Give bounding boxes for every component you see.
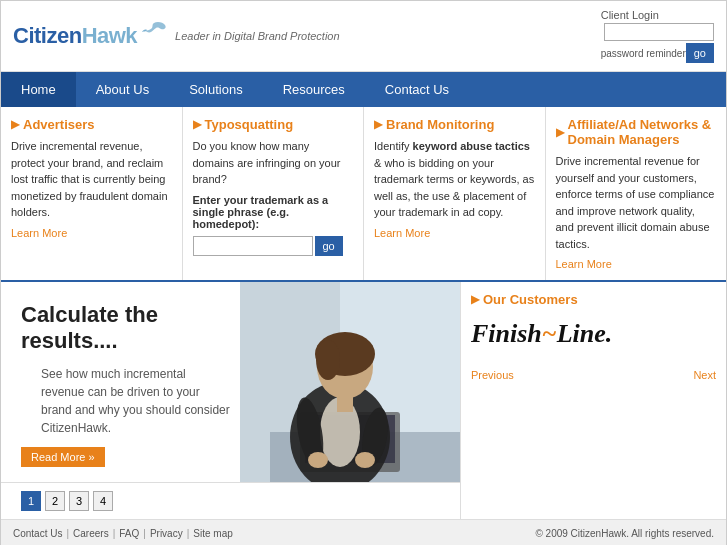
page-button-1[interactable]: 1: [21, 491, 41, 511]
app-container: CitizenHawk Leader in Digital Brand Prot…: [0, 0, 727, 545]
footer-careers-link[interactable]: Careers: [73, 528, 109, 539]
customers-arrow-icon: ▶: [471, 293, 479, 306]
bottom-row: Calculate the results.... See how much i…: [1, 282, 726, 519]
page-button-2[interactable]: 2: [45, 491, 65, 511]
footer-contact-link[interactable]: Contact Us: [13, 528, 62, 539]
footer-privacy-link[interactable]: Privacy: [150, 528, 183, 539]
nav-item-contact[interactable]: Contact Us: [365, 72, 469, 107]
main-nav: Home About Us Solutions Resources Contac…: [1, 72, 726, 107]
customer-logo-area: Finish~Line.: [471, 317, 716, 349]
brand-monitoring-arrow-icon: ▶: [374, 118, 382, 131]
typosquatting-body: Do you know how many domains are infring…: [193, 138, 354, 188]
client-login-label: Client Login: [601, 9, 659, 21]
footer-copyright: © 2009 CitizenHawk. All rights reserved.: [535, 528, 714, 539]
brand-monitoring-title: ▶ Brand Monitoring: [374, 117, 535, 132]
page-button-4[interactable]: 4: [93, 491, 113, 511]
footer-sitemap-link[interactable]: Site map: [193, 528, 232, 539]
username-input[interactable]: [604, 23, 714, 41]
slide-area: Calculate the results.... See how much i…: [1, 282, 461, 519]
login-go-button[interactable]: go: [686, 43, 714, 63]
typosquatting-search-row: go: [193, 236, 354, 256]
next-arrow[interactable]: Next: [693, 369, 716, 381]
brand-monitoring-bold: keyword abuse tactics: [413, 140, 530, 152]
nav-item-about[interactable]: About Us: [76, 72, 169, 107]
previous-arrow[interactable]: Previous: [471, 369, 514, 381]
tagline: Leader in Digital Brand Protection: [175, 30, 339, 42]
nav-item-home[interactable]: Home: [1, 72, 76, 107]
page-button-3[interactable]: 3: [69, 491, 89, 511]
typosquatting-arrow-icon: ▶: [193, 118, 201, 131]
footer-faq-link[interactable]: FAQ: [119, 528, 139, 539]
brand-monitoring-body: Identify keyword abuse tactics & who is …: [374, 138, 535, 221]
finish-line-logo: Finish~Line.: [471, 317, 716, 349]
typosquatting-title: ▶ Typosquatting: [193, 117, 354, 132]
affiliate-body: Drive incremental revenue for yourself a…: [556, 153, 717, 252]
read-more-button[interactable]: Read More »: [21, 447, 105, 467]
right-panel: ▶ Our Customers Finish~Line. Previous Ne…: [461, 282, 726, 519]
brand-monitoring-learn-more[interactable]: Learn More: [374, 227, 535, 239]
svg-point-14: [355, 452, 375, 468]
sections-row: ▶ Advertisers Drive incremental revenue,…: [1, 107, 726, 282]
footer: Contact Us | Careers | FAQ | Privacy | S…: [1, 519, 726, 545]
section-brand-monitoring: ▶ Brand Monitoring Identify keyword abus…: [364, 107, 546, 280]
advertisers-arrow-icon: ▶: [11, 118, 19, 131]
pagination: 1 2 3 4: [1, 482, 460, 519]
slide-title: Calculate the results....: [21, 302, 231, 355]
logo: CitizenHawk Leader in Digital Brand Prot…: [13, 23, 340, 49]
affiliate-title: ▶ Affiliate/Ad Networks & Domain Manager…: [556, 117, 717, 147]
slide-content: Calculate the results.... See how much i…: [1, 282, 251, 482]
affiliate-learn-more[interactable]: Learn More: [556, 258, 717, 270]
trademark-search-button[interactable]: go: [315, 236, 343, 256]
trademark-search-input[interactable]: [193, 236, 313, 256]
section-advertisers: ▶ Advertisers Drive incremental revenue,…: [1, 107, 183, 280]
typosquatting-extra: Enter your trademark as a single phrase …: [193, 194, 354, 230]
footer-links: Contact Us | Careers | FAQ | Privacy | S…: [13, 528, 233, 539]
section-typosquatting: ▶ Typosquatting Do you know how many dom…: [183, 107, 365, 280]
header: CitizenHawk Leader in Digital Brand Prot…: [1, 1, 726, 72]
our-customers-title: ▶ Our Customers: [471, 292, 716, 307]
section-affiliate: ▶ Affiliate/Ad Networks & Domain Manager…: [546, 107, 727, 280]
woman-illustration: [240, 282, 460, 482]
slide-description: See how much incremental revenue can be …: [41, 365, 231, 437]
hawk-icon: [139, 21, 169, 43]
svg-point-9: [316, 340, 340, 380]
nav-item-resources[interactable]: Resources: [263, 72, 365, 107]
brand-monitoring-intro: Identify: [374, 140, 413, 152]
login-row: [604, 23, 714, 41]
svg-point-13: [308, 452, 328, 468]
header-right: Client Login password reminder go: [601, 9, 714, 63]
slide-image: [240, 282, 460, 482]
advertisers-body: Drive incremental revenue, protect your …: [11, 138, 172, 221]
brand-monitoring-rest: & who is bidding on your trademark terms…: [374, 157, 534, 219]
logo-area: CitizenHawk Leader in Digital Brand Prot…: [13, 23, 340, 49]
advertisers-title: ▶ Advertisers: [11, 117, 172, 132]
svg-rect-10: [337, 394, 353, 412]
nav-item-solutions[interactable]: Solutions: [169, 72, 262, 107]
logo-text: CitizenHawk: [13, 23, 137, 49]
affiliate-arrow-icon: ▶: [556, 126, 564, 139]
slide-nav-arrows: Previous Next: [471, 369, 716, 381]
password-reminder: password reminder: [601, 48, 686, 59]
advertisers-learn-more[interactable]: Learn More: [11, 227, 172, 239]
client-login-area: Client Login password reminder go: [601, 9, 714, 63]
